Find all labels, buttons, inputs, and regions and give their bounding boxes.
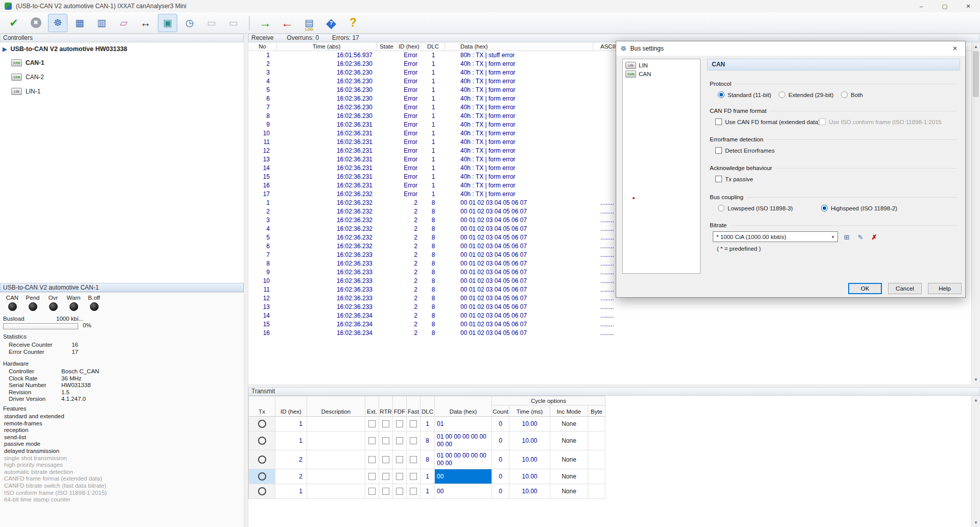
tx-toggle-cell[interactable] [249, 484, 275, 498]
disconnect-button[interactable]: ✖ [26, 14, 45, 32]
scroll-up-icon[interactable]: ▲ [972, 396, 980, 404]
cell-id[interactable]: 1 [275, 432, 307, 450]
transmit-row[interactable]: 1 1 00 0 10.00 None [249, 484, 605, 499]
ext-checkbox[interactable] [368, 420, 376, 427]
rtr-checkbox[interactable] [382, 473, 389, 480]
tx-toggle-cell[interactable] [249, 432, 275, 450]
scope-view-button[interactable]: ▣ [158, 14, 177, 32]
radio-highspeed[interactable] [821, 205, 828, 211]
checkbox-use-canfd[interactable] [715, 118, 722, 125]
col-header-time-ms[interactable]: Time (ms) [509, 405, 550, 416]
bitrate-select[interactable]: * 1000 CiA (1000.00 kbit/s) ▾ [713, 231, 838, 242]
close-button[interactable]: ✕ [956, 0, 980, 12]
fast-checkbox[interactable] [410, 473, 417, 480]
controller-tree-item[interactable]: CAN CAN-1 [0, 56, 244, 70]
transmit-row[interactable]: 1 1 01 0 10.00 None [249, 417, 605, 432]
help-button[interactable]: ? [343, 14, 363, 32]
bus-settings-button[interactable]: ☸ [48, 14, 67, 32]
cell-time-ms[interactable]: 10.00 [509, 450, 550, 469]
cell-id[interactable]: 1 [275, 484, 307, 498]
radio-both[interactable] [841, 91, 848, 98]
fdf-checkbox[interactable] [396, 456, 403, 463]
col-header-no[interactable]: No [248, 42, 277, 51]
cell-inc-mode[interactable]: None [550, 432, 588, 450]
cell-count[interactable]: 0 [492, 469, 509, 484]
controller-tree-item[interactable]: CAN CAN-2 [0, 70, 244, 84]
receive-row[interactable]: 15 16:02:36.234 2 8 00 01 02 03 04 05 06… [248, 320, 971, 329]
col-header-count[interactable]: Count [492, 405, 509, 416]
tree-root-item[interactable]: ▶ USB-to-CAN V2 automotive HW031338 [0, 42, 244, 56]
fast-checkbox[interactable] [410, 437, 417, 444]
fdf-checkbox[interactable] [396, 488, 403, 495]
ext-checkbox[interactable] [368, 456, 376, 463]
cell-description[interactable] [307, 432, 365, 450]
cell-byte[interactable] [588, 417, 605, 431]
bitrate-delete-button[interactable]: ✗ [870, 232, 879, 242]
tx-toggle-cell[interactable] [249, 417, 275, 431]
rtr-checkbox[interactable] [382, 420, 389, 427]
maximize-button[interactable]: ▢ [933, 0, 956, 12]
cell-data[interactable]: 01 [435, 417, 492, 431]
col-header-time[interactable]: Time (abs) [277, 42, 377, 51]
cell-count[interactable]: 0 [492, 432, 509, 450]
scroll-down-icon[interactable]: ▼ [972, 518, 980, 527]
cell-id[interactable]: 1 [275, 417, 307, 431]
fdf-checkbox[interactable] [396, 420, 403, 427]
receive-row[interactable]: 16 16:02:36.234 2 8 00 01 02 03 04 05 06… [248, 329, 971, 338]
cell-inc-mode[interactable]: None [550, 484, 588, 498]
cell-dlc[interactable]: 8 [421, 432, 435, 450]
col-header-tx[interactable]: Tx [249, 396, 275, 416]
cell-inc-mode[interactable]: None [550, 450, 588, 469]
controller-tree-item[interactable]: LIN LIN-1 [0, 84, 244, 99]
start-receive-button[interactable]: → [255, 14, 275, 32]
cell-data[interactable]: 01 00 00 00 00 00 00 00 [435, 432, 492, 450]
rtr-checkbox[interactable] [382, 456, 389, 463]
layout-button[interactable]: ▥ [92, 14, 111, 32]
dialog-close-button[interactable]: ✕ [945, 41, 965, 56]
col-header-state[interactable]: State [377, 42, 397, 51]
cell-byte[interactable] [588, 450, 605, 469]
cell-inc-mode[interactable]: None [550, 469, 588, 484]
ext-checkbox[interactable] [368, 488, 376, 495]
receive-row[interactable]: 14 16:02:36.234 2 8 00 01 02 03 04 05 06… [248, 312, 971, 320]
col-header-fast[interactable]: Fast [407, 396, 421, 416]
connect-button[interactable]: ✔ [4, 14, 24, 32]
col-header-rtr[interactable]: RTR [379, 396, 393, 416]
ok-button[interactable]: OK [848, 283, 882, 294]
fdf-checkbox[interactable] [396, 437, 403, 444]
transmit-scrollbar[interactable]: ▲ ▼ [971, 396, 980, 527]
transmit-row[interactable]: 2 8 01 00 00 00 00 00 00 00 0 10.00 None [249, 450, 605, 469]
minimize-button[interactable]: – [909, 0, 933, 12]
cell-byte[interactable] [588, 484, 605, 498]
ext-checkbox[interactable] [368, 473, 376, 480]
monitor-2-button[interactable]: ▭ [224, 14, 243, 32]
cell-dlc[interactable]: 1 [421, 469, 435, 484]
cell-dlc[interactable]: 8 [421, 450, 435, 469]
bus-load-button[interactable]: ↔ [136, 14, 155, 32]
cell-count[interactable]: 0 [492, 417, 509, 431]
bitrate-edit-button[interactable]: ⊞ [842, 232, 851, 242]
col-header-inc-mode[interactable]: Inc Mode [550, 405, 588, 416]
radio-standard-11bit[interactable] [718, 91, 725, 98]
cell-description[interactable] [307, 484, 365, 498]
cell-time-ms[interactable]: 10.00 [509, 469, 550, 484]
bus-tree-item[interactable]: LIN LIN [623, 61, 700, 69]
cell-time-ms[interactable]: 10.00 [509, 432, 550, 450]
cell-dlc[interactable]: 1 [421, 417, 435, 431]
cell-description[interactable] [307, 417, 365, 431]
help-button[interactable]: Help [928, 283, 962, 294]
col-header-ext[interactable]: Ext. [365, 396, 379, 416]
cell-dlc[interactable]: 1 [421, 484, 435, 498]
cell-data[interactable]: 00 [435, 484, 492, 498]
col-header-description[interactable]: Description [307, 396, 365, 416]
message-view-button[interactable]: ▦ [70, 14, 89, 32]
col-header-id[interactable]: ID (hex) [275, 396, 307, 416]
cell-time-ms[interactable]: 10.00 [509, 484, 550, 498]
col-header-data[interactable]: Data (hex) [435, 396, 492, 416]
cell-description[interactable] [307, 469, 365, 484]
rtr-checkbox[interactable] [382, 437, 389, 444]
cell-time-ms[interactable]: 10.00 [509, 417, 550, 431]
stop-receive-button[interactable]: ← [277, 14, 297, 32]
tx-toggle-cell[interactable] [249, 469, 275, 484]
receive-scrollbar[interactable]: ▲ ▼ [971, 42, 980, 384]
